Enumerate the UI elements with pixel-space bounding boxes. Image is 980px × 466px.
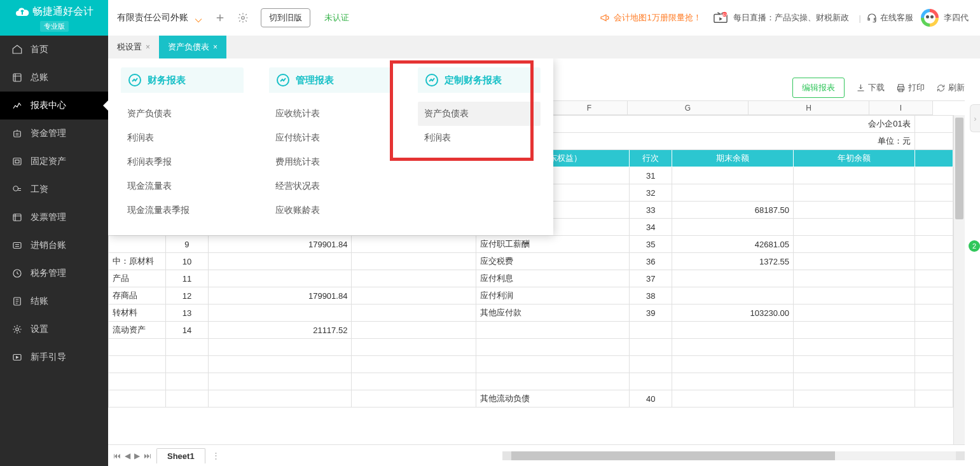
username[interactable]: 李四代 bbox=[944, 12, 969, 24]
cell[interactable] bbox=[208, 390, 352, 408]
sidebar-item-7[interactable]: 进销台账 bbox=[0, 231, 108, 259]
cell[interactable] bbox=[352, 390, 476, 408]
cell[interactable] bbox=[914, 202, 953, 219]
cell[interactable] bbox=[352, 270, 476, 287]
cell[interactable] bbox=[914, 287, 953, 305]
table-row[interactable]: 9179901.84应付职工薪酬3542681.05 bbox=[109, 236, 953, 253]
cell[interactable] bbox=[109, 236, 166, 253]
cell[interactable] bbox=[914, 356, 953, 373]
cell[interactable] bbox=[672, 322, 794, 339]
cell[interactable]: 35 bbox=[630, 236, 672, 253]
cell[interactable] bbox=[166, 373, 208, 390]
sidebar-item-11[interactable]: 新手引导 bbox=[0, 343, 108, 371]
cell[interactable] bbox=[793, 184, 914, 202]
drawer-handle[interactable]: › bbox=[970, 104, 980, 132]
cell[interactable] bbox=[672, 287, 794, 305]
add-icon[interactable] bbox=[209, 12, 231, 24]
switch-old-button[interactable]: 切到旧版 bbox=[261, 8, 310, 27]
cell[interactable]: 39 bbox=[630, 305, 672, 322]
cell[interactable] bbox=[672, 356, 794, 373]
mega-item[interactable]: 资产负债表 bbox=[121, 102, 244, 126]
cell[interactable] bbox=[914, 116, 953, 133]
cell[interactable] bbox=[208, 339, 352, 356]
cell[interactable] bbox=[793, 339, 914, 356]
cell[interactable] bbox=[914, 167, 953, 184]
sidebar-item-10[interactable]: 设置 bbox=[0, 315, 108, 343]
cell[interactable] bbox=[793, 167, 914, 184]
dots-icon[interactable]: ⋮ bbox=[205, 451, 226, 460]
service-link[interactable]: 在线客服 bbox=[866, 12, 913, 24]
cell[interactable]: 38 bbox=[630, 287, 672, 305]
cell[interactable]: 转材料 bbox=[109, 305, 166, 322]
table-row[interactable]: 其他流动负债40 bbox=[109, 390, 953, 408]
cell[interactable]: 68187.50 bbox=[672, 202, 794, 219]
cell[interactable] bbox=[672, 270, 794, 287]
col-G[interactable]: G bbox=[628, 101, 749, 115]
sidebar-item-4[interactable]: 固定资产 bbox=[0, 147, 108, 175]
cell[interactable]: 14 bbox=[166, 322, 208, 339]
last-icon[interactable]: ⏭ bbox=[144, 451, 151, 460]
print-link[interactable]: 打印 bbox=[896, 82, 925, 93]
table-row[interactable]: 转材料13其他应付款39103230.00 bbox=[109, 305, 953, 322]
sidebar-item-8[interactable]: 税务管理 bbox=[0, 259, 108, 287]
cell[interactable]: 34 bbox=[630, 219, 672, 236]
cell[interactable]: 9 bbox=[166, 236, 208, 253]
sidebar-item-9[interactable]: 结账 bbox=[0, 287, 108, 315]
cell[interactable] bbox=[793, 253, 914, 270]
cell[interactable] bbox=[109, 390, 166, 408]
mega-item[interactable]: 应收账龄表 bbox=[269, 198, 392, 223]
cell[interactable] bbox=[109, 373, 166, 390]
cell[interactable] bbox=[914, 390, 953, 408]
sidebar-item-2[interactable]: 报表中心 bbox=[0, 92, 108, 120]
sidebar-item-6[interactable]: 发票管理 bbox=[0, 203, 108, 231]
cell[interactable]: 33 bbox=[630, 202, 672, 219]
sidebar-item-5[interactable]: 工资 bbox=[0, 175, 108, 203]
cell[interactable]: 应付利润 bbox=[476, 287, 630, 305]
cell[interactable]: 32 bbox=[630, 184, 672, 202]
cell[interactable]: 31 bbox=[630, 167, 672, 184]
mega-item[interactable]: 现金流量表季报 bbox=[121, 198, 244, 223]
sheet-tab[interactable]: Sheet1 bbox=[156, 448, 205, 463]
mega-item[interactable]: 现金流量表 bbox=[121, 174, 244, 198]
cell[interactable] bbox=[793, 219, 914, 236]
cell[interactable]: 其他流动负债 bbox=[476, 390, 630, 408]
cell[interactable]: 流动资产 bbox=[109, 322, 166, 339]
notification-badge[interactable]: 2 bbox=[969, 240, 980, 252]
cell[interactable]: 179901.84 bbox=[208, 287, 352, 305]
cell[interactable]: 行次 bbox=[630, 150, 672, 167]
next-icon[interactable]: ▶ bbox=[134, 451, 140, 460]
promo-link[interactable]: 会计地图1万册限量抢！ bbox=[600, 12, 701, 24]
cell[interactable] bbox=[476, 373, 630, 390]
edit-report-button[interactable]: 编辑报表 bbox=[792, 78, 845, 98]
cell[interactable]: 12 bbox=[166, 287, 208, 305]
mega-item[interactable]: 经营状况表 bbox=[269, 174, 392, 198]
cell[interactable] bbox=[630, 339, 672, 356]
cell[interactable]: 期末余额 bbox=[672, 150, 794, 167]
mega-item[interactable]: 应收统计表 bbox=[269, 102, 392, 126]
cell[interactable] bbox=[793, 287, 914, 305]
gear-icon[interactable] bbox=[231, 12, 254, 24]
sidebar-item-3[interactable]: 资金管理 bbox=[0, 120, 108, 147]
cell[interactable] bbox=[630, 356, 672, 373]
cell[interactable] bbox=[793, 236, 914, 253]
cell[interactable] bbox=[208, 373, 352, 390]
cell[interactable]: 10 bbox=[166, 253, 208, 270]
cell[interactable] bbox=[793, 390, 914, 408]
avatar[interactable] bbox=[921, 9, 939, 27]
cell[interactable] bbox=[352, 322, 476, 339]
mega-item[interactable]: 利润表季报 bbox=[121, 150, 244, 174]
cell[interactable] bbox=[914, 184, 953, 202]
cell[interactable] bbox=[914, 339, 953, 356]
cell[interactable]: 其他应付款 bbox=[476, 305, 630, 322]
live-icon[interactable]: NEW bbox=[713, 11, 728, 25]
cell[interactable] bbox=[914, 236, 953, 253]
cell[interactable]: 产品 bbox=[109, 270, 166, 287]
cell[interactable]: 11 bbox=[166, 270, 208, 287]
cell[interactable] bbox=[914, 322, 953, 339]
mega-item[interactable]: 利润表 bbox=[121, 126, 244, 150]
cell[interactable] bbox=[672, 390, 794, 408]
cell[interactable]: 40 bbox=[630, 390, 672, 408]
table-row[interactable]: 存商品12179901.84应付利润38 bbox=[109, 287, 953, 305]
cell[interactable] bbox=[476, 356, 630, 373]
cell[interactable] bbox=[793, 373, 914, 390]
